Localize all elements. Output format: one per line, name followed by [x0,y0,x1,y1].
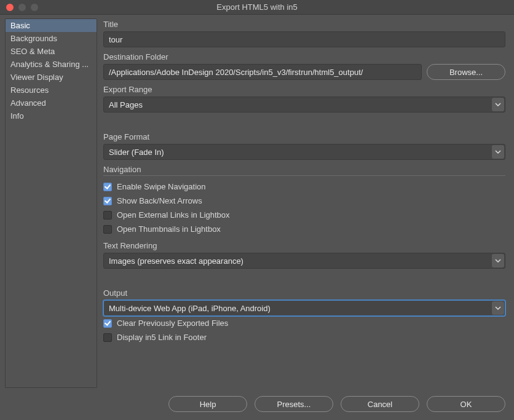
sidebar-item-info[interactable]: Info [6,109,97,122]
check-clear-label: Clear Previously Exported Files [117,319,228,328]
check-swipe-label: Enable Swipe Navigation [117,182,206,191]
sidebar: Basic Backgrounds SEO & Meta Analytics &… [5,18,97,388]
check-swipe[interactable]: Enable Swipe Navigation [103,180,505,194]
check-extlinks-label: Open External Links in Lightbox [117,210,230,220]
main-panel: Title Destination Folder Browse... Expor… [103,18,509,388]
check-thumbs[interactable]: Open Thumbnails in Lightbox [103,222,505,236]
sidebar-item-seo-meta[interactable]: SEO & Meta [6,45,97,58]
checkbox-icon [103,183,112,191]
page-format-label: Page Format [103,132,505,141]
minimize-icon [18,4,26,11]
checkbox-icon [103,333,112,342]
title-label: Title [103,20,505,29]
dest-folder-label: Destination Folder [103,52,505,61]
chevron-down-icon [492,145,504,159]
browse-button[interactable]: Browse... [427,64,505,80]
sidebar-item-analytics[interactable]: Analytics & Sharing ... [6,58,97,71]
sidebar-item-viewer-display[interactable]: Viewer Display [6,71,97,84]
export-range-label: Export Range [103,85,505,94]
page-format-value: Slider (Fade In) [109,148,164,157]
chevron-down-icon [492,254,504,267]
text-rendering-value: Images (preserves exact appearance) [109,256,243,266]
chevron-down-icon [492,301,504,315]
window-controls [0,4,38,11]
sidebar-item-advanced[interactable]: Advanced [6,97,97,109]
checkbox-icon [103,211,112,220]
close-icon[interactable] [6,4,14,11]
checkbox-icon [103,319,112,328]
navigation-heading: Navigation [103,165,505,176]
dest-folder-input[interactable] [103,64,422,80]
checkbox-icon [103,197,112,205]
chevron-down-icon [492,98,504,111]
check-thumbs-label: Open Thumbnails in Lightbox [117,224,221,234]
check-footer[interactable]: Display in5 Link in Footer [103,330,505,344]
text-rendering-select[interactable]: Images (preserves exact appearance) [103,253,505,269]
export-range-select[interactable]: All Pages [103,97,505,113]
title-input[interactable] [103,31,505,47]
checkbox-icon [103,225,112,234]
output-select[interactable]: Multi-device Web App (iPad, iPhone, Andr… [103,300,505,316]
export-range-value: All Pages [109,100,143,109]
check-arrows[interactable]: Show Back/Next Arrows [103,194,505,208]
page-format-select[interactable]: Slider (Fade In) [103,144,505,160]
sidebar-item-backgrounds[interactable]: Backgrounds [6,32,97,45]
check-clear[interactable]: Clear Previously Exported Files [103,316,505,330]
output-label: Output [103,288,505,298]
window-title: Export HTML5 with in5 [0,2,514,12]
ok-button[interactable]: OK [427,396,505,412]
sidebar-item-resources[interactable]: Resources [6,84,97,97]
footer: Help Presets... Cancel OK [0,388,514,420]
titlebar: Export HTML5 with in5 [0,0,514,15]
check-footer-label: Display in5 Link in Footer [117,333,207,342]
presets-button[interactable]: Presets... [255,396,333,412]
text-rendering-label: Text Rendering [103,241,505,250]
check-arrows-label: Show Back/Next Arrows [117,196,202,205]
cancel-button[interactable]: Cancel [341,396,419,412]
output-value: Multi-device Web App (iPad, iPhone, Andr… [109,304,271,313]
zoom-icon [31,4,38,11]
help-button[interactable]: Help [168,396,247,412]
sidebar-item-basic[interactable]: Basic [6,19,97,32]
check-extlinks[interactable]: Open External Links in Lightbox [103,208,505,222]
